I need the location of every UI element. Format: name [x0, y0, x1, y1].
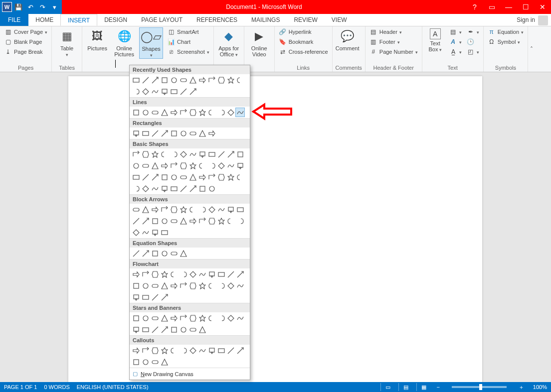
shape-item[interactable] — [207, 108, 216, 117]
status-words[interactable]: 0 WORDS — [44, 384, 69, 390]
shape-item[interactable] — [169, 87, 179, 96]
shape-item[interactable] — [207, 161, 216, 170]
tab-review[interactable]: REVIEW — [287, 14, 324, 26]
shape-item[interactable] — [216, 269, 226, 279]
shape-item[interactable] — [169, 75, 179, 85]
shape-item[interactable] — [197, 129, 207, 138]
zoom-in-button[interactable]: ＋ — [517, 384, 526, 391]
shape-item[interactable] — [141, 149, 150, 159]
shape-item[interactable] — [179, 346, 188, 355]
shape-item[interactable] — [207, 269, 216, 279]
shape-item[interactable] — [150, 346, 160, 355]
close-button[interactable]: ✕ — [534, 0, 551, 14]
zoom-level[interactable]: 100% — [533, 384, 547, 390]
shape-item[interactable] — [150, 75, 160, 85]
shape-item[interactable] — [179, 75, 188, 85]
shape-item[interactable] — [197, 346, 207, 355]
shape-item[interactable] — [216, 313, 226, 323]
shape-item[interactable] — [207, 281, 216, 290]
screenshot-button[interactable]: ⎚Screenshot — [166, 47, 210, 56]
shape-item[interactable] — [207, 216, 216, 226]
shape-item[interactable] — [131, 313, 141, 323]
shape-item[interactable] — [160, 149, 169, 159]
new-drawing-canvas-item[interactable]: ▢ New Drawing Canvas — [130, 368, 250, 380]
shape-item[interactable] — [197, 149, 207, 159]
shape-item[interactable] — [179, 108, 188, 117]
save-button[interactable]: 💾 — [13, 1, 24, 12]
shape-item[interactable] — [197, 325, 207, 334]
hyperlink-button[interactable]: 🔗Hyperlink — [278, 27, 329, 36]
shape-item[interactable] — [197, 108, 207, 117]
shape-item[interactable] — [150, 216, 160, 226]
view-read-mode-button[interactable]: ▭ — [380, 383, 391, 391]
shape-item[interactable] — [179, 216, 188, 226]
shape-item[interactable] — [150, 325, 160, 334]
shape-item[interactable] — [188, 172, 197, 182]
shape-item[interactable] — [188, 149, 197, 159]
shape-item[interactable] — [169, 205, 179, 214]
shape-item[interactable] — [150, 205, 160, 214]
shape-item[interactable] — [235, 269, 245, 279]
shape-item[interactable] — [179, 172, 188, 182]
apps-for-office-button[interactable]: ◆Apps for Office — [217, 27, 241, 58]
shape-item[interactable] — [179, 249, 188, 258]
shape-item[interactable] — [226, 149, 235, 159]
view-print-layout-button[interactable]: ▤ — [398, 383, 409, 391]
shape-item[interactable] — [160, 281, 169, 290]
shape-item[interactable] — [150, 249, 160, 258]
tab-mailings[interactable]: MAILINGS — [244, 14, 287, 26]
shape-item[interactable] — [179, 313, 188, 323]
shape-item[interactable] — [131, 87, 141, 96]
shape-item[interactable] — [141, 129, 150, 138]
date-time-button[interactable]: 🕒 — [466, 37, 480, 46]
redo-button[interactable]: ↷ — [37, 1, 48, 12]
shape-item[interactable] — [141, 216, 150, 226]
shape-item[interactable] — [197, 75, 207, 85]
shape-item[interactable] — [216, 172, 226, 182]
cross-reference-button[interactable]: ⇄Cross-reference — [278, 47, 329, 56]
page-break-button[interactable]: ⤓Page Break — [3, 47, 48, 56]
view-web-layout-button[interactable]: ▦ — [416, 383, 427, 391]
shape-item[interactable] — [226, 108, 235, 117]
shape-item[interactable] — [150, 129, 160, 138]
shape-item[interactable] — [131, 172, 141, 182]
shape-item[interactable] — [150, 172, 160, 182]
shape-item[interactable] — [150, 161, 160, 170]
shape-item[interactable] — [197, 269, 207, 279]
shape-item[interactable] — [131, 357, 141, 367]
zoom-slider-thumb[interactable] — [479, 384, 482, 390]
shape-item[interactable] — [141, 346, 150, 355]
shape-item[interactable] — [169, 346, 179, 355]
online-pictures-button[interactable]: 🌐Online Pictures — [112, 27, 136, 57]
text-box-button[interactable]: AText Box — [425, 27, 445, 53]
shape-item[interactable] — [197, 161, 207, 170]
shape-item[interactable] — [179, 87, 188, 96]
shape-item[interactable] — [141, 281, 150, 290]
header-button[interactable]: ▤Header — [368, 27, 419, 36]
shape-item[interactable] — [160, 357, 169, 367]
shape-item[interactable] — [235, 205, 245, 214]
tab-insert[interactable]: INSERT — [60, 14, 97, 26]
shape-item[interactable] — [141, 249, 150, 258]
shape-item[interactable] — [207, 129, 216, 138]
shape-item[interactable] — [207, 75, 216, 85]
shape-item[interactable] — [188, 108, 197, 117]
shape-item[interactable] — [226, 205, 235, 214]
footer-button[interactable]: ▥Footer — [368, 37, 419, 46]
shape-item[interactable] — [169, 149, 179, 159]
shape-item[interactable] — [141, 108, 150, 117]
shape-item[interactable] — [188, 313, 197, 323]
shape-item[interactable] — [226, 75, 235, 85]
shape-item[interactable] — [160, 205, 169, 214]
shape-item[interactable] — [188, 205, 197, 214]
shape-item[interactable] — [141, 172, 150, 182]
shape-item[interactable] — [188, 216, 197, 226]
collapse-ribbon-button[interactable]: ˄ — [528, 46, 535, 53]
signature-line-button[interactable]: ✒ — [466, 27, 480, 36]
shape-item[interactable] — [150, 269, 160, 279]
shape-item[interactable] — [179, 281, 188, 290]
shape-item[interactable] — [150, 292, 160, 302]
shape-item[interactable] — [226, 172, 235, 182]
shape-item[interactable] — [131, 325, 141, 334]
shape-item[interactable] — [188, 184, 197, 193]
